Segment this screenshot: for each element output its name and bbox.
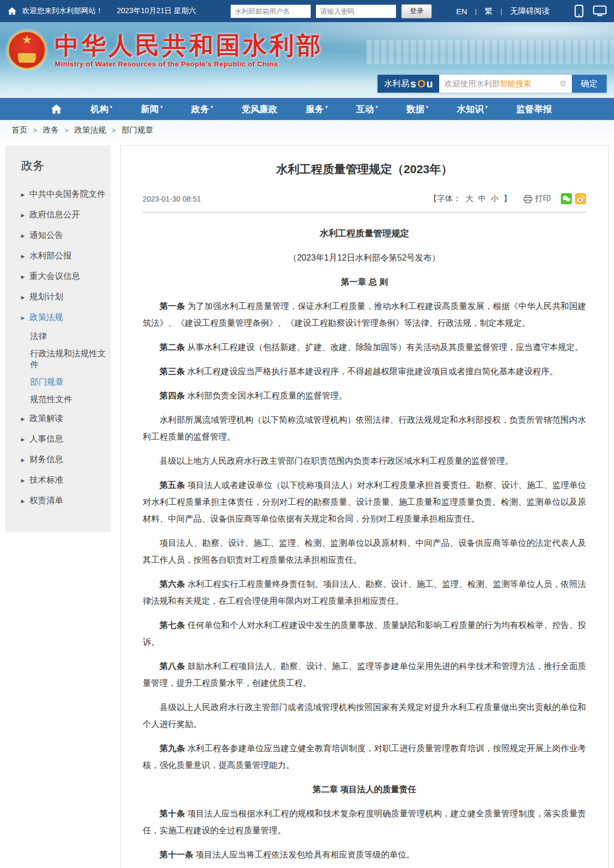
sidebar-item-label: 水利部公报: [29, 251, 72, 262]
sidebar-item-中共中央国务院文件[interactable]: ▶中共中央国务院文件: [5, 184, 111, 205]
breadcrumb-item[interactable]: 政务: [43, 125, 59, 135]
nav-item-label: 数据: [407, 103, 424, 115]
doc-paragraph: 第四条 水利部负责全国水利工程质量的监督管理。: [143, 387, 586, 404]
article-number: 第一条: [160, 302, 185, 311]
sidebar-item-规划计划[interactable]: ▶规划计划: [5, 287, 111, 307]
chevron-down-icon: ▾: [161, 104, 163, 109]
chapter-heading: 第二章 项目法人的质量责任: [143, 781, 586, 798]
nav-item-label: 党风廉政: [242, 103, 278, 115]
sidebar-item-label: 政府信息公开: [29, 209, 80, 221]
font-size-label-close: 】: [503, 194, 511, 204]
article-number: 第十条: [160, 809, 185, 818]
lang-en-link[interactable]: EN: [456, 7, 467, 16]
breadcrumb-item[interactable]: 政策法规: [74, 125, 106, 135]
nav-item-政务[interactable]: 政务▾: [191, 103, 213, 115]
search-settings-gear-icon[interactable]: ⚙: [560, 79, 567, 88]
site-title: 中华人民共和国水利部: [55, 32, 323, 59]
sidebar-item-财务信息[interactable]: ▶财务信息: [5, 450, 111, 470]
site-banner: ★ 中华人民共和国水利部 Ministry of Water Resources…: [0, 22, 614, 98]
sidebar-item-label: 行政法规和法规性文件: [30, 348, 106, 371]
sidebar-item-权责清单[interactable]: ▶权责清单: [5, 491, 111, 511]
chevron-down-icon: ▾: [375, 104, 378, 109]
nav-item-label: 机构: [91, 103, 108, 115]
breadcrumb-separator: >: [112, 126, 116, 134]
article-number: 第七条: [160, 621, 185, 630]
sidebar-item-规范性文件[interactable]: 规范性文件: [5, 391, 111, 408]
doc-paragraph: 第二条 从事水利工程建设（包括新建、扩建、改建、除险加固等）有关活动及其质量监督…: [143, 339, 586, 356]
chevron-down-icon: ▾: [211, 104, 213, 109]
print-button[interactable]: 打印: [523, 194, 551, 204]
main-area: 政务 ▶中共中央国务院文件▶政府信息公开▶通知公告▶水利部公报▶重大会议信息▶规…: [0, 140, 614, 868]
home-icon[interactable]: [7, 7, 17, 15]
publish-date: 2023-01-30 08:51: [143, 195, 201, 203]
search-brand: 水利易 s O u: [378, 75, 439, 93]
sidebar-item-法律[interactable]: 法律: [5, 328, 111, 345]
chevron-down-icon: ▾: [426, 104, 429, 109]
article-panel: 水利工程质量管理规定（2023年） 2023-01-30 08:51 【字体： …: [120, 145, 609, 868]
nav-item-服务[interactable]: 服务▾: [306, 103, 328, 115]
font-size-medium-button[interactable]: 中: [478, 194, 486, 204]
wechat-share-icon[interactable]: [561, 193, 572, 204]
main-navigation: 机构▾新闻▾政务▾党风廉政服务▾互动▾数据▾水知识▾监督举报: [0, 98, 614, 120]
doc-paragraph: 第七条 任何单位和个人对水利工程建设中发生的质量事故、质量缺陷和影响工程质量的行…: [143, 617, 586, 651]
triangle-bullet-icon: ▶: [21, 233, 25, 238]
sidebar-item-通知公告[interactable]: ▶通知公告: [5, 225, 111, 246]
printer-icon: [523, 195, 532, 203]
sidebar-item-水利部公报[interactable]: ▶水利部公报: [5, 246, 111, 266]
sidebar-item-政府信息公开[interactable]: ▶政府信息公开: [5, 205, 111, 225]
doc-paragraph: 县级以上地方人民政府水行政主管部门在职责范围内负责本行政区域水利工程质量的监督管…: [143, 453, 586, 470]
sidebar-title: 政务: [5, 158, 111, 174]
weibo-share-icon[interactable]: [575, 193, 586, 204]
divider: [143, 212, 586, 213]
breadcrumb-separator: >: [65, 126, 69, 134]
doc-paragraph: 第十条 项目法人应当根据水利工程的规模和技术复杂程度明确质量管理机构，建立健全质…: [143, 805, 586, 839]
nav-item-监督举报[interactable]: 监督举报: [516, 103, 552, 115]
breadcrumb-item[interactable]: 部门规章: [122, 125, 153, 135]
sidebar: 政务 ▶中共中央国务院文件▶政府信息公开▶通知公告▶水利部公报▶重大会议信息▶规…: [5, 145, 111, 532]
sidebar-item-行政法规和法规性文件[interactable]: 行政法规和法规性文件: [5, 345, 111, 374]
lang-traditional-link[interactable]: 繁: [484, 6, 492, 16]
nav-item-互动[interactable]: 互动▾: [356, 103, 378, 115]
nav-item-机构[interactable]: 机构▾: [91, 103, 113, 115]
mail-username-input[interactable]: [231, 5, 311, 18]
device-links: [575, 5, 607, 17]
sidebar-item-政策解读[interactable]: ▶政策解读: [5, 408, 111, 429]
nav-item-label: 新闻: [141, 103, 159, 115]
sidebar-item-人事信息[interactable]: ▶人事信息: [5, 429, 111, 450]
document-subtitle: （2023年1月12日水利部令第52号发布）: [143, 250, 586, 266]
sidebar-item-重大会议信息[interactable]: ▶重大会议信息: [5, 266, 111, 287]
article-number: 第八条: [160, 662, 185, 671]
article-number: 第五条: [160, 481, 185, 490]
doc-paragraph: 第五条 项目法人或者建设单位（以下统称项目法人）对水利工程质量承担首要责任。勘察…: [143, 477, 586, 527]
document-body: 水利工程质量管理规定（2023年1月12日水利部令第52号发布）第一章 总 则第…: [143, 225, 586, 868]
monitor-icon[interactable]: [593, 5, 607, 17]
nav-home-icon[interactable]: [51, 104, 62, 114]
accessibility-link[interactable]: 无障碍阅读: [510, 6, 550, 16]
login-button[interactable]: 登录: [401, 4, 432, 18]
mobile-icon[interactable]: [575, 5, 583, 17]
sidebar-item-label: 财务信息: [29, 454, 63, 465]
article-number: 第三条: [160, 367, 185, 376]
sidebar-item-label: 政策法规: [29, 312, 63, 323]
nav-item-新闻[interactable]: 新闻▾: [141, 103, 163, 115]
font-size-small-button[interactable]: 小: [491, 194, 499, 204]
search-submit-button[interactable]: 确定: [572, 75, 607, 93]
triangle-bullet-icon: ▶: [21, 416, 25, 422]
sidebar-menu: ▶中共中央国务院文件▶政府信息公开▶通知公告▶水利部公报▶重大会议信息▶规划计划…: [5, 184, 111, 511]
search-input[interactable]: 欢迎使用水利部 智能搜索 ⚙: [439, 75, 572, 93]
chapter-heading: 第一章 总 则: [143, 274, 586, 291]
sidebar-item-部门规章[interactable]: 部门规章: [5, 374, 111, 391]
nav-item-水知识[interactable]: 水知识▾: [457, 103, 488, 115]
doc-paragraph: 水利部所属流域管理机构（以下简称流域管理机构）依照法律、行政法规规定和水利部授权…: [143, 412, 586, 445]
article-number: 第四条: [160, 391, 185, 400]
triangle-bullet-icon: ▶: [21, 254, 25, 259]
triangle-bullet-icon: ▶: [21, 295, 25, 300]
nav-item-党风廉政[interactable]: 党风廉政: [242, 103, 278, 115]
sidebar-item-政策法规[interactable]: ▶政策法规: [5, 307, 111, 328]
breadcrumb-item[interactable]: 首页: [12, 125, 27, 135]
sidebar-item-技术标准[interactable]: ▶技术标准: [5, 470, 111, 491]
mail-password-input[interactable]: [316, 5, 396, 18]
nav-item-数据[interactable]: 数据▾: [407, 103, 429, 115]
page-title: 水利工程质量管理规定（2023年）: [143, 162, 586, 177]
font-size-large-button[interactable]: 大: [466, 194, 473, 204]
